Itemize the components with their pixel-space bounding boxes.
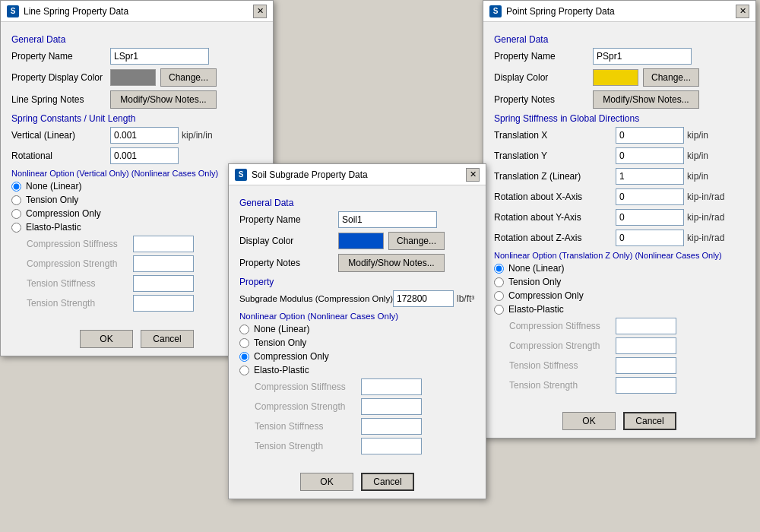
line-spring-color-label: Property Display Color — [11, 72, 110, 83]
ls-tension-stiffness-input — [133, 275, 194, 292]
point-color-label: Display Color — [494, 72, 593, 83]
line-spring-general-section: General Data — [11, 34, 262, 45]
line-spring-rotational-input[interactable] — [110, 147, 179, 164]
soil-compression-only-label: Compression Only — [254, 351, 329, 362]
point-ry-input[interactable] — [616, 209, 684, 226]
point-tz-input[interactable] — [616, 168, 684, 185]
soil-elasto-plastic-radio[interactable] — [239, 366, 249, 375]
ps-tension-strength-input — [616, 377, 676, 394]
soil-notes-button[interactable]: Modify/Show Notes... — [338, 254, 445, 272]
point-elasto-plastic-row: Elasto-Plastic — [494, 304, 745, 315]
soil-tension-only-radio[interactable] — [239, 338, 249, 348]
point-tz-label: Translation Z (Linear) — [494, 171, 616, 182]
soil-cancel-button[interactable]: Cancel — [361, 473, 414, 491]
soil-color-label: Display Color — [239, 236, 338, 246]
line-spring-icon: S — [7, 5, 19, 17]
soil-subgrade-modulus-input[interactable] — [393, 290, 454, 307]
soil-tension-stiffness-label: Tension Stiffness — [255, 421, 361, 432]
point-elasto-plastic-label: Elasto-Plastic — [508, 304, 564, 315]
line-spring-notes-button[interactable]: Modify/Show Notes... — [110, 90, 217, 109]
soil-subgrade-content: General Data Property Name Display Color… — [229, 185, 486, 465]
soil-elasto-plastic-row: Elasto-Plastic — [239, 365, 475, 375]
ls-comp-stiffness-input — [133, 236, 194, 252]
soil-subgrade-footer: OK Cancel — [229, 465, 486, 499]
line-spring-vertical-input[interactable] — [110, 127, 179, 144]
point-rz-label: Rotation about Z-Axis — [494, 233, 616, 243]
line-spring-compression-only-radio[interactable] — [11, 209, 21, 219]
point-tz-unit: kip/in — [687, 171, 708, 182]
point-tension-only-radio[interactable] — [494, 277, 504, 287]
ls-tension-strength-input — [133, 295, 194, 312]
ps-comp-stiffness-row: Compression Stiffness — [509, 318, 745, 334]
ps-comp-stiffness-input — [616, 318, 676, 334]
point-compression-only-radio[interactable] — [494, 291, 504, 301]
point-ok-button[interactable]: OK — [562, 412, 616, 430]
point-change-button[interactable]: Change... — [643, 68, 699, 87]
line-spring-color-row: Property Display Color Change... — [11, 68, 262, 87]
point-cancel-button[interactable]: Cancel — [623, 412, 676, 430]
soil-ok-button[interactable]: OK — [300, 473, 353, 491]
point-ry-label: Rotation about Y-Axis — [494, 212, 616, 223]
soil-none-radio[interactable] — [239, 325, 249, 334]
point-tx-label: Translation X — [494, 130, 616, 141]
soil-name-row: Property Name — [239, 211, 475, 228]
point-name-label: Property Name — [494, 51, 593, 62]
line-spring-close-button[interactable]: ✕ — [253, 5, 267, 18]
soil-tension-strength-input — [361, 438, 422, 454]
point-rx-input[interactable] — [616, 188, 684, 205]
line-spring-color-swatch — [110, 69, 156, 86]
soil-change-button[interactable]: Change... — [388, 232, 445, 250]
point-rz-row: Rotation about Z-Axis kip-in/rad — [494, 230, 745, 246]
line-spring-change-button[interactable]: Change... — [160, 68, 217, 87]
line-spring-none-label: None (Linear) — [26, 181, 81, 192]
soil-color-row: Display Color Change... — [239, 232, 475, 250]
point-name-input[interactable] — [593, 48, 692, 65]
line-spring-tension-only-radio[interactable] — [11, 195, 21, 205]
line-spring-none-radio[interactable] — [11, 182, 21, 192]
line-spring-nonlinear-section: Nonlinear Option (Vertical Only) (Nonlin… — [11, 169, 262, 178]
point-tension-only-label: Tension Only — [508, 277, 561, 287]
ls-tension-stiffness-row: Tension Stiffness — [27, 275, 262, 292]
ls-tension-strength-row: Tension Strength — [27, 295, 262, 312]
soil-tension-only-label: Tension Only — [254, 337, 306, 348]
soil-nonlinear-section: Nonlinear Option (Nonlinear Cases Only) — [239, 312, 475, 321]
point-none-radio[interactable] — [494, 264, 504, 274]
ps-comp-strength-input — [616, 337, 676, 354]
point-spring-close-button[interactable]: ✕ — [736, 5, 749, 18]
ls-comp-strength-label: Compression Strength — [27, 258, 133, 269]
point-rx-label: Rotation about X-Axis — [494, 192, 616, 202]
point-spring-icon: S — [489, 5, 502, 17]
line-spring-tension-only-row: Tension Only — [11, 195, 262, 205]
point-tx-unit: kip/in — [687, 130, 708, 141]
point-notes-row: Property Notes Modify/Show Notes... — [494, 90, 745, 109]
point-spring-title-text: Point Spring Property Data — [506, 6, 615, 17]
soil-comp-stiffness-row: Compression Stiffness — [255, 378, 475, 395]
point-tx-input[interactable] — [616, 127, 684, 144]
soil-none-row: None (Linear) — [239, 324, 475, 334]
line-spring-name-input[interactable] — [110, 48, 209, 65]
soil-name-input[interactable] — [338, 211, 437, 228]
point-rz-input[interactable] — [616, 230, 684, 246]
point-elasto-plastic-radio[interactable] — [494, 305, 504, 315]
soil-notes-label: Property Notes — [239, 258, 338, 268]
ls-comp-strength-input — [133, 255, 194, 272]
soil-subgrade-close-button[interactable]: ✕ — [466, 168, 480, 182]
line-spring-ok-button[interactable]: OK — [80, 330, 133, 348]
point-rx-unit: kip-in/rad — [687, 192, 724, 202]
soil-subgrade-title-text: Soil Subgrade Property Data — [252, 169, 368, 180]
soil-subgrade-modulus-row: Subgrade Modulus (Compression Only) lb/f… — [239, 290, 475, 307]
point-spring-title: S Point Spring Property Data — [489, 5, 615, 17]
line-spring-elasto-plastic-radio[interactable] — [11, 223, 21, 233]
point-color-swatch — [593, 69, 638, 86]
point-notes-button[interactable]: Modify/Show Notes... — [593, 90, 699, 109]
line-spring-cancel-button[interactable]: Cancel — [141, 330, 194, 348]
soil-compression-only-radio[interactable] — [239, 352, 249, 362]
point-compression-only-row: Compression Only — [494, 290, 745, 301]
soil-notes-row: Property Notes Modify/Show Notes... — [239, 254, 475, 272]
ps-tension-stiffness-row: Tension Stiffness — [509, 357, 745, 374]
point-ty-input[interactable] — [616, 147, 684, 164]
soil-tension-stiffness-input — [361, 418, 422, 435]
soil-subgrade-dialog: S Soil Subgrade Property Data ✕ General … — [228, 163, 486, 499]
line-spring-compression-only-label: Compression Only — [26, 208, 101, 219]
point-general-section: General Data — [494, 34, 745, 45]
